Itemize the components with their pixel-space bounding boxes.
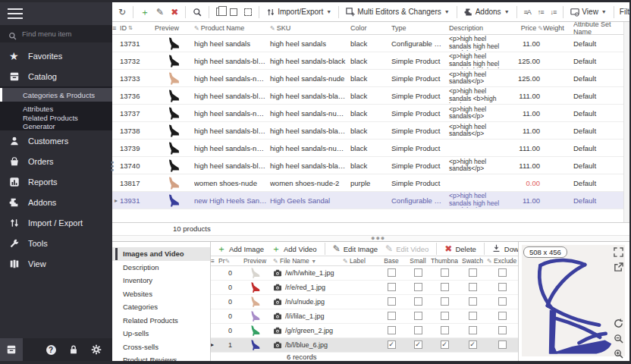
- table-row[interactable]: 13736high heel sandals-black-36high heel…: [112, 87, 629, 105]
- delete-image-button[interactable]: ✖Delete: [443, 243, 478, 255]
- thumbnail-checkbox[interactable]: [441, 326, 449, 334]
- column-product-name[interactable]: ✎Product Name: [194, 24, 270, 32]
- zoom-out-icon[interactable]: [614, 333, 623, 343]
- tab-description[interactable]: Description: [112, 261, 210, 275]
- tab-websites[interactable]: Websites: [112, 287, 210, 301]
- thumbnail-checkbox[interactable]: [441, 297, 449, 306]
- table-row[interactable]: 13738high heel sandals-black-37high heel…: [112, 122, 629, 140]
- column-price[interactable]: Price✎: [510, 24, 543, 32]
- column-small[interactable]: Small: [405, 257, 431, 265]
- exclude-checkbox[interactable]: [498, 268, 507, 277]
- base-checkbox[interactable]: [388, 312, 396, 320]
- thumbnail-checkbox[interactable]: [441, 283, 449, 291]
- edit-image-button[interactable]: ✎Edit Image: [331, 243, 379, 255]
- column-id[interactable]: ID⇅: [120, 24, 155, 32]
- sidebar-item-categories-products[interactable]: Categories & Products: [0, 88, 112, 102]
- small-checkbox[interactable]: [414, 297, 422, 306]
- sidebar-item-favorites[interactable]: ★Favorites: [0, 46, 112, 66]
- download-image-button[interactable]: Download Image: [491, 243, 518, 255]
- edit-product-button[interactable]: ✎: [155, 6, 165, 18]
- image-row[interactable]: 0/g/r/green_2.jpg: [211, 324, 518, 338]
- small-checkbox[interactable]: ✓: [414, 340, 422, 349]
- vertical-scrollbar[interactable]: [623, 22, 629, 222]
- store-icon[interactable]: [0, 338, 23, 361]
- sidebar-item-orders[interactable]: Orders: [0, 151, 112, 171]
- sidebar-item-catalog[interactable]: Catalog: [0, 66, 112, 86]
- help-icon[interactable]: ?: [39, 338, 62, 361]
- exclude-checkbox[interactable]: [498, 340, 507, 349]
- column-priority[interactable]: Pr✎: [218, 257, 237, 265]
- horizontal-splitter[interactable]: ●●●: [112, 235, 629, 241]
- fullscreen-icon[interactable]: [614, 246, 623, 256]
- table-row[interactable]: 13732high heel sandals-blackhigh heel sa…: [112, 52, 629, 70]
- thumbnail-checkbox[interactable]: ✓: [441, 340, 449, 349]
- open-external-icon[interactable]: [614, 262, 623, 271]
- tab-images-and-video[interactable]: Images and Video: [112, 247, 210, 261]
- tab-product-reviews[interactable]: Product Reviews: [112, 353, 210, 361]
- import-export-menu[interactable]: Import/Export▼: [265, 6, 333, 18]
- column-color[interactable]: Color: [350, 24, 391, 32]
- select-button[interactable]: [228, 7, 239, 17]
- swatch-checkbox[interactable]: ✓: [469, 340, 477, 349]
- sidebar-item-view[interactable]: View: [0, 253, 112, 274]
- swatch-checkbox[interactable]: [469, 297, 477, 306]
- search-products-button[interactable]: [191, 6, 203, 18]
- multi-editors-menu[interactable]: Multi Editors & Changers▼: [344, 6, 451, 18]
- refresh-button[interactable]: ↻: [117, 6, 127, 18]
- column-sku[interactable]: ✎SKU: [270, 24, 350, 32]
- tab-related-products[interactable]: Related Products: [112, 314, 210, 328]
- lock-icon[interactable]: [62, 338, 85, 361]
- delete-product-button[interactable]: ✖: [169, 6, 180, 18]
- sidebar-item-import-export[interactable]: Import / Export: [0, 212, 112, 233]
- column-exclude[interactable]: ✎ Exclude: [487, 257, 518, 265]
- table-row[interactable]: 13733high heel sandals-nudehigh heel san…: [112, 70, 629, 87]
- sort-desc-button[interactable]: ↓≡: [549, 7, 558, 17]
- exclude-checkbox[interactable]: [498, 297, 507, 306]
- table-row[interactable]: 13739high heel sandals-nude-37high heel …: [112, 140, 629, 157]
- sidebar-item-reports[interactable]: Reports: [0, 171, 112, 192]
- add-product-button[interactable]: ＋: [139, 6, 151, 18]
- image-row[interactable]: 0/w/h/white_1.jpg: [211, 266, 518, 281]
- exclude-checkbox[interactable]: [498, 312, 507, 320]
- view-menu[interactable]: View▼: [569, 6, 607, 18]
- swatch-checkbox[interactable]: [469, 268, 477, 277]
- column-preview[interactable]: Preview: [237, 257, 273, 265]
- exclude-checkbox[interactable]: [498, 283, 507, 291]
- column-description[interactable]: Description: [449, 24, 510, 32]
- small-checkbox[interactable]: [414, 326, 422, 334]
- column-swatch[interactable]: Swatch: [458, 257, 487, 265]
- swatch-checkbox[interactable]: [469, 326, 477, 334]
- paste-special-button[interactable]: [243, 7, 253, 17]
- column-file-name[interactable]: ✎ File Name ▼: [273, 257, 343, 265]
- swatch-checkbox[interactable]: [469, 283, 477, 291]
- base-checkbox[interactable]: ✓: [388, 340, 396, 349]
- image-row[interactable]: 0/r/e/red_1.jpg: [211, 281, 518, 295]
- hamburger-menu-icon[interactable]: [8, 5, 23, 22]
- sort-az-button[interactable]: ≡A: [523, 7, 532, 17]
- column-attribute-set[interactable]: Attribute Set Name: [573, 22, 623, 36]
- image-row[interactable]: 0/n/u/nude.jpg: [211, 295, 518, 309]
- image-row[interactable]: 0/l/i/lilac_1.jpg: [211, 309, 518, 324]
- thumbnail-checkbox[interactable]: [441, 312, 449, 320]
- table-row[interactable]: 13740high heel sandals-black-38high heel…: [112, 157, 629, 174]
- column-thumbnail[interactable]: Thumbna: [431, 257, 458, 265]
- column-weight[interactable]: Weight: [543, 24, 573, 32]
- edit-video-button[interactable]: ✎Edit Video: [384, 243, 430, 255]
- sidebar-search[interactable]: [0, 25, 112, 42]
- tab-inventory[interactable]: Inventory: [112, 274, 210, 287]
- column-base[interactable]: Base: [378, 257, 405, 265]
- sidebar-item-customers[interactable]: Customers: [0, 130, 112, 151]
- table-row[interactable]: 13817women shoes-nudewomen shoes-nude-2p…: [112, 174, 629, 192]
- gear-icon[interactable]: [85, 338, 108, 361]
- table-row[interactable]: 13737high heel sandals-nude-36high heel …: [112, 105, 629, 122]
- menu-search-input[interactable]: [22, 30, 98, 38]
- addons-menu[interactable]: Addons▼: [463, 6, 511, 18]
- swatch-checkbox[interactable]: [469, 312, 477, 320]
- base-checkbox[interactable]: [388, 283, 396, 291]
- add-video-button[interactable]: ＋Add Video: [270, 243, 319, 255]
- base-checkbox[interactable]: [388, 297, 396, 306]
- thumbnail-checkbox[interactable]: [441, 268, 449, 277]
- table-row[interactable]: ▸13931new High Heels SandalsHigh Geels S…: [112, 192, 629, 209]
- copy-button[interactable]: [215, 6, 224, 17]
- add-image-button[interactable]: ＋Add Image: [215, 243, 265, 255]
